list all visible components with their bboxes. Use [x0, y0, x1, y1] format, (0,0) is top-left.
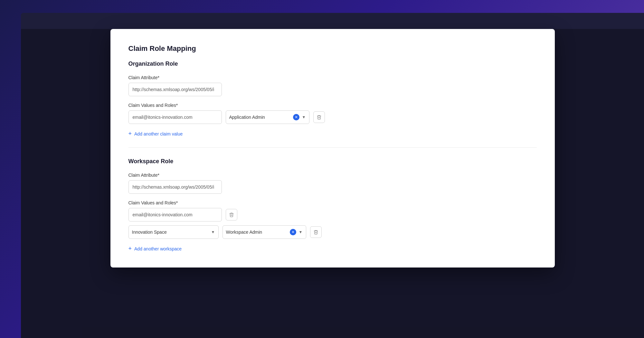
org-claim-values-label: Claim Values and Roles* — [128, 103, 537, 108]
org-delete-button[interactable] — [313, 111, 325, 123]
organization-role-section: Organization Role Claim Attribute* Claim… — [128, 61, 537, 137]
modal-title: Claim Role Mapping — [128, 44, 537, 53]
ws-role-chevron-icon: ▼ — [299, 230, 303, 234]
ws-claim-values-group: Claim Values and Roles* — [128, 200, 537, 239]
add-workspace-button[interactable]: + Add another workspace — [128, 245, 537, 252]
ws-claim-values-label: Claim Values and Roles* — [128, 200, 537, 205]
ws-claim-attribute-label: Claim Attribute* — [128, 173, 537, 178]
add-workspace-label: Add another workspace — [134, 246, 182, 251]
section-divider — [128, 147, 537, 148]
org-role-select[interactable]: Application Admin ✕ ▼ — [226, 110, 309, 124]
ws-workspace-row: Innovation Space ▼ Workspace Admin ✕ ▼ — [128, 225, 537, 239]
ws-claim-attribute-group: Claim Attribute* — [128, 173, 537, 194]
workspace-select-text: Innovation Space — [132, 230, 209, 235]
ws-email-input[interactable] — [128, 208, 222, 221]
workspace-chevron-icon: ▼ — [211, 230, 215, 234]
org-claim-values-group: Claim Values and Roles* Application Admi… — [128, 103, 537, 124]
trash-icon — [313, 230, 318, 235]
modal-overlay: Claim Role Mapping Organization Role Cla… — [21, 29, 644, 338]
workspace-select[interactable]: Innovation Space ▼ — [128, 225, 219, 239]
add-claim-value-button[interactable]: + Add another claim value — [128, 130, 537, 137]
ws-email-delete-button[interactable] — [226, 209, 237, 221]
ws-role-clear-button[interactable]: ✕ — [290, 229, 296, 235]
ws-role-delete-button[interactable] — [310, 226, 322, 238]
org-claim-attribute-group: Claim Attribute* — [128, 75, 537, 96]
ws-role-select-text: Workspace Admin — [226, 230, 287, 235]
organization-role-heading: Organization Role — [128, 61, 537, 67]
chevron-down-icon: ▼ — [302, 115, 306, 119]
plus-icon: + — [128, 130, 132, 137]
ws-role-select[interactable]: Workspace Admin ✕ ▼ — [223, 225, 306, 239]
org-claim-attribute-label: Claim Attribute* — [128, 75, 537, 80]
org-claim-attribute-input[interactable] — [128, 83, 222, 96]
add-claim-value-label: Add another claim value — [134, 131, 183, 136]
ws-claim-attribute-input[interactable] — [128, 180, 222, 194]
modal-dialog: Claim Role Mapping Organization Role Cla… — [110, 29, 555, 268]
trash-icon — [229, 212, 234, 217]
org-email-input[interactable] — [128, 110, 222, 124]
plus-icon: + — [128, 245, 132, 252]
ws-email-row — [128, 208, 537, 221]
workspace-role-section: Workspace Role Claim Attribute* Claim Va… — [128, 158, 537, 252]
org-role-select-text: Application Admin — [229, 115, 290, 120]
trash-icon — [317, 115, 322, 120]
org-role-clear-button[interactable]: ✕ — [293, 114, 299, 120]
org-claim-values-row: Application Admin ✕ ▼ — [128, 110, 537, 124]
workspace-role-heading: Workspace Role — [128, 158, 537, 165]
